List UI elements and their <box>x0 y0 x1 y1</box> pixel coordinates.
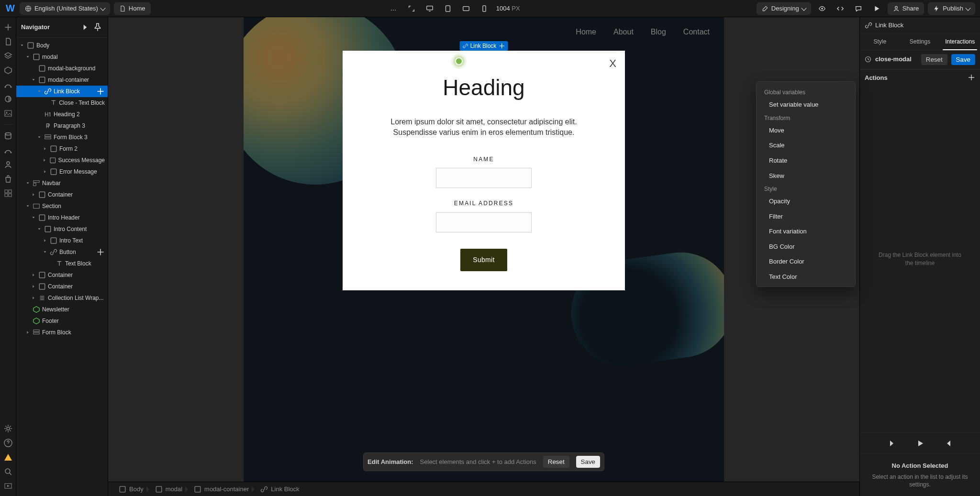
comments-icon[interactable] <box>851 2 866 15</box>
twisty-expanded-icon[interactable] <box>31 77 36 83</box>
tree-row-newsletter[interactable]: Newsletter <box>16 304 108 315</box>
tree-row-container[interactable]: Container <box>16 281 108 292</box>
components-icon[interactable] <box>3 65 13 76</box>
help-icon[interactable] <box>3 438 13 448</box>
tree-row-body[interactable]: Body <box>16 40 108 51</box>
tree-add-interaction-icon[interactable] <box>96 87 105 96</box>
twisty-expanded-icon[interactable] <box>42 249 48 255</box>
toast-reset-button[interactable]: Reset <box>543 456 569 468</box>
next-frame-icon[interactable] <box>944 439 952 448</box>
tree-add-interaction-icon[interactable] <box>96 248 105 256</box>
tree-row-footer[interactable]: Footer <box>16 315 108 327</box>
tree-row-modal[interactable]: modal <box>16 51 108 63</box>
tree-row-modal-container[interactable]: modal-container <box>16 74 108 86</box>
tab-settings[interactable]: Settings <box>900 34 940 50</box>
twisty-expanded-icon[interactable] <box>31 215 36 220</box>
tree-row-modal-background[interactable]: modal-background <box>16 63 108 74</box>
site-modal[interactable]: X Heading Lorem ipsum dolor sit amet, co… <box>343 51 625 290</box>
twisty-collapsed-icon[interactable] <box>42 146 48 152</box>
twisty-expanded-icon[interactable] <box>36 88 42 94</box>
navigator-icon[interactable] <box>3 51 13 61</box>
share-button[interactable]: Share <box>888 2 924 15</box>
popmenu-item-filter[interactable]: Filter <box>757 209 855 224</box>
tree-row-form-block[interactable]: Form Block <box>16 327 108 338</box>
search-icon[interactable] <box>3 466 13 477</box>
play-icon[interactable] <box>916 439 924 448</box>
webflow-logo-icon[interactable]: W <box>5 2 16 15</box>
logic-icon[interactable] <box>3 145 13 155</box>
popmenu-item-scale[interactable]: Scale <box>757 138 855 153</box>
twisty-expanded-icon[interactable] <box>19 43 25 48</box>
tree-row-text-block[interactable]: Text Block <box>16 258 108 269</box>
twisty-expanded-icon[interactable] <box>25 54 31 60</box>
styles-icon[interactable] <box>3 94 13 104</box>
pages-icon[interactable] <box>3 36 13 47</box>
canvas-options-icon[interactable]: … <box>386 2 401 15</box>
twisty-expanded-icon[interactable] <box>25 203 31 209</box>
popmenu-item-text-color[interactable]: Text Color <box>757 269 855 285</box>
tree-row-collection-list-wrap-[interactable]: Collection List Wrap... <box>16 292 108 304</box>
interaction-trigger-dot-icon[interactable] <box>455 57 463 65</box>
tree-row-intro-content[interactable]: Intro Content <box>16 223 108 235</box>
settings-icon[interactable] <box>3 423 13 434</box>
tree-row-section[interactable]: Section <box>16 200 108 212</box>
audit-warning-icon[interactable] <box>3 452 13 463</box>
tab-interactions[interactable]: Interactions <box>940 34 980 50</box>
popmenu-item-skew[interactable]: Skew <box>757 168 855 184</box>
breakpoint-expand-icon[interactable] <box>404 2 419 15</box>
popmenu-item-font-variation[interactable]: Font variation <box>757 224 855 239</box>
code-icon[interactable] <box>833 2 847 15</box>
breakpoint-desktop-icon[interactable] <box>423 2 437 15</box>
page-selector[interactable]: Home <box>114 2 151 15</box>
tab-style[interactable]: Style <box>860 34 900 50</box>
tree-row-close-text-block[interactable]: Close - Text Block <box>16 97 108 109</box>
assets-icon[interactable] <box>3 108 13 119</box>
actions-popmenu[interactable]: Global variablesSet variable valueTransf… <box>756 81 856 287</box>
popmenu-item-opacity[interactable]: Opacity <box>757 194 855 209</box>
preview-eye-icon[interactable] <box>815 2 829 15</box>
play-icon[interactable] <box>869 2 884 15</box>
modal-close-icon[interactable]: X <box>609 56 616 71</box>
tree-row-container[interactable]: Container <box>16 269 108 281</box>
crumb-modal[interactable]: modal <box>149 482 188 496</box>
ecommerce-icon[interactable] <box>3 174 13 184</box>
tree-row-success-message[interactable]: Success Message <box>16 154 108 166</box>
twisty-collapsed-icon[interactable] <box>31 272 36 278</box>
breakpoint-landscape-icon[interactable] <box>459 2 473 15</box>
twisty-collapsed-icon[interactable] <box>42 157 47 163</box>
twisty-expanded-icon[interactable] <box>36 226 42 232</box>
popmenu-item-set-variable-value[interactable]: Set variable value <box>757 97 855 112</box>
add-element-icon[interactable] <box>3 22 13 33</box>
submit-button[interactable]: Submit <box>460 249 507 271</box>
twisty-collapsed-icon[interactable] <box>42 238 48 243</box>
twisty-collapsed-icon[interactable] <box>25 330 31 335</box>
breakpoint-tablet-icon[interactable] <box>441 2 455 15</box>
popmenu-item-border-color[interactable]: Border Color <box>757 254 855 269</box>
crumb-link-block[interactable]: Link Block <box>255 482 305 496</box>
tree-row-container[interactable]: Container <box>16 189 108 200</box>
canvas-width-readout[interactable]: 1004 PX <box>495 4 521 13</box>
crumb-modal-container[interactable]: modal-container <box>188 482 255 496</box>
twisty-expanded-icon[interactable] <box>36 134 42 140</box>
navigator-collapse-icon[interactable] <box>80 22 90 33</box>
apps-icon[interactable] <box>3 188 13 198</box>
variables-icon[interactable] <box>3 79 13 90</box>
canvas-scroll[interactable]: Home About Blog Contact Link Block X Hea… <box>108 17 859 482</box>
tree-row-error-message[interactable]: Error Message <box>16 166 108 177</box>
tree-row-paragraph-3[interactable]: Paragraph 3 <box>16 120 108 132</box>
interactions-reset-button[interactable]: Reset <box>921 54 947 65</box>
twisty-collapsed-icon[interactable] <box>31 284 36 289</box>
selection-badge[interactable]: Link Block <box>460 41 508 51</box>
tree-row-intro-header[interactable]: Intro Header <box>16 212 108 223</box>
tree-row-navbar[interactable]: Navbar <box>16 177 108 189</box>
tree-row-button[interactable]: Button <box>16 246 108 258</box>
popmenu-item-bg-color[interactable]: BG Color <box>757 239 855 254</box>
cms-icon[interactable] <box>3 131 13 141</box>
breakpoint-phone-icon[interactable] <box>477 2 491 15</box>
site-preview[interactable]: Home About Blog Contact Link Block X Hea… <box>244 17 724 482</box>
publish-button[interactable]: Publish <box>928 2 975 15</box>
twisty-expanded-icon[interactable] <box>25 180 31 186</box>
locale-selector[interactable]: English (United States) <box>20 2 110 15</box>
animation-name[interactable]: close-modal <box>875 55 912 64</box>
name-field[interactable] <box>436 168 532 188</box>
